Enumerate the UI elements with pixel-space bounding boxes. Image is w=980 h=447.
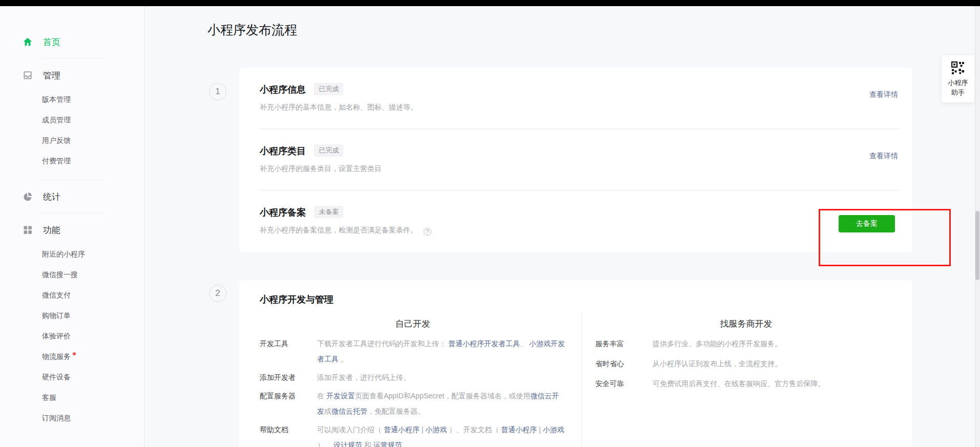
scrollbar-track <box>975 6 980 447</box>
intro-minigame-link[interactable]: 小游戏 <box>425 425 447 434</box>
devtools-link[interactable]: 普通小程序开发者工具 <box>448 339 520 348</box>
publish-steps-card: 小程序信息 已完成 补充小程序的基本信息，如名称、图标、描述等。 查看详情 小程… <box>239 68 912 252</box>
sidebar-item-experience-review[interactable]: 体验评价 <box>0 326 144 347</box>
inbox-icon <box>23 70 33 80</box>
sidebar-item-label: 功能 <box>43 224 60 236</box>
section-title: 小程序信息 <box>260 84 306 95</box>
qr-code-icon <box>951 61 965 75</box>
docs-miniprogram-link[interactable]: 普通小程序 <box>501 425 537 434</box>
go-filing-button[interactable]: 去备案 <box>839 215 895 232</box>
self-development-column: 自己开发 开发工具 下载开发者工具进行代码的开发和上传： 普通小程序开发者工具、… <box>239 312 582 447</box>
sidebar-item-label: 首页 <box>43 36 60 48</box>
dev-settings-link[interactable]: 开发设置 <box>326 392 355 400</box>
help-icon[interactable]: ? <box>424 228 431 236</box>
section-miniprogram-icp-filing: 小程序备案 未备案 补充小程序的备案信息，检测是否满足备案条件。 ? 去备案 <box>239 190 912 252</box>
section-miniprogram-category: 小程序类目 已完成 补充小程序的服务类目，设置主营类目 查看详情 <box>239 129 912 190</box>
sidebar-item-manage[interactable]: 管理 <box>0 65 144 86</box>
vendor-development-column: 找服务商开发 服务丰富 提供多行业、多功能的小程序开发服务。 省时省心 从小程序… <box>582 312 912 447</box>
home-icon <box>23 37 33 47</box>
sidebar-item-paid-management[interactable]: 付费管理 <box>0 151 144 172</box>
divider <box>42 213 105 214</box>
step-number-1: 1 <box>209 83 226 100</box>
status-badge: 已完成 <box>314 83 343 95</box>
grid-icon <box>23 225 33 235</box>
docs-minigame-link[interactable]: 小游戏 <box>543 425 565 434</box>
sidebar-item-logistics-service[interactable]: 物流服务 <box>0 347 144 367</box>
section-description: 补充小程序的服务类目，设置主营类目 <box>260 164 892 174</box>
info-row-safe-reliable: 安全可靠 可免费试用后再支付、在线客服响应、官方售后保障。 <box>595 376 897 391</box>
info-row-configure-server: 配置服务器 在 开发设置页面查看AppID和AppSecret，配置服务器域名，… <box>260 388 566 419</box>
sidebar-item-version-management[interactable]: 版本管理 <box>0 90 144 110</box>
new-dot <box>73 352 76 355</box>
sidebar-item-member-management[interactable]: 成员管理 <box>0 110 144 131</box>
status-badge: 未备案 <box>314 206 343 218</box>
sidebar-item-statistics[interactable]: 统计 <box>0 186 144 207</box>
info-row-rich-services: 服务丰富 提供多行业、多功能的小程序开发服务。 <box>595 336 897 351</box>
section-title: 小程序类目 <box>260 146 306 156</box>
scrollbar-thumb[interactable] <box>975 211 979 280</box>
top-black-bar <box>0 0 980 6</box>
column-header: 找服务商开发 <box>595 318 897 330</box>
divider <box>42 58 105 59</box>
sidebar-item-user-feedback[interactable]: 用户反馈 <box>0 131 144 151</box>
sidebar-item-wechat-search[interactable]: 微信搜一搜 <box>0 265 144 285</box>
sidebar-item-home[interactable]: 首页 <box>0 32 144 52</box>
step-number-2: 2 <box>209 285 226 302</box>
divider <box>42 180 105 180</box>
sidebar: 首页 管理 版本管理 成员管理 用户反馈 付费管理 统计 功能 附近的小程序 微… <box>0 6 144 447</box>
section-miniprogram-info: 小程序信息 已完成 补充小程序的基本信息，如名称、图标、描述等。 查看详情 <box>239 68 912 129</box>
view-details-link[interactable]: 查看详情 <box>869 90 898 99</box>
view-details-link[interactable]: 查看详情 <box>869 152 898 161</box>
development-card: 小程序开发与管理 自己开发 开发工具 下载开发者工具进行代码的开发和上传： 普通… <box>239 280 912 447</box>
sidebar-item-subscribe-messages[interactable]: 订阅消息 <box>0 408 144 429</box>
section-description: 补充小程序的备案信息，检测是否满足备案条件。 ? <box>260 226 892 236</box>
section-description: 补充小程序的基本信息，如名称、图标、描述等。 <box>260 103 892 112</box>
section-title: 小程序备案 <box>260 207 306 218</box>
info-row-help-docs: 帮助文档 可以阅读入门介绍（ 普通小程序 | 小游戏 ）、开发文档（ 普通小程序… <box>260 422 566 447</box>
card-title: 小程序开发与管理 <box>239 280 912 306</box>
design-guidelines-link[interactable]: 设计规范 <box>333 441 362 447</box>
sidebar-item-hardware-devices[interactable]: 硬件设备 <box>0 367 144 388</box>
sidebar-item-features[interactable]: 功能 <box>0 220 144 240</box>
sidebar-item-label: 统计 <box>43 191 60 203</box>
sidebar-item-wechat-pay[interactable]: 微信支付 <box>0 285 144 306</box>
column-header: 自己开发 <box>260 318 566 330</box>
info-row-time-saving: 省时省心 从小程序认证到发布上线，全流程支持。 <box>595 356 897 371</box>
info-row-dev-tools: 开发工具 下载开发者工具进行代码的开发和上传： 普通小程序开发者工具、 小游戏开… <box>260 336 566 367</box>
page-title: 小程序发布流程 <box>207 22 297 38</box>
sidebar-item-label: 管理 <box>43 70 60 81</box>
info-row-add-developer: 添加开发者 添加开发者，进行代码上传。 <box>260 370 566 385</box>
sidebar-item-nearby-miniprograms[interactable]: 附近的小程序 <box>0 244 144 265</box>
cloud-hosting-link[interactable]: 微信云托管 <box>331 407 367 415</box>
assistant-label: 小程序助手 <box>947 78 969 97</box>
pie-chart-icon <box>23 191 33 202</box>
intro-miniprogram-link[interactable]: 普通小程序 <box>384 425 420 434</box>
sidebar-item-shopping-orders[interactable]: 购物订单 <box>0 306 144 326</box>
mini-program-assistant-widget[interactable]: 小程序助手 <box>942 55 974 102</box>
sidebar-item-customer-service[interactable]: 客服 <box>0 388 144 408</box>
main-content: 小程序发布流程 1 小程序信息 已完成 补充小程序的基本信息，如名称、图标、描述… <box>145 6 980 447</box>
operation-guidelines-link[interactable]: 运营规范 <box>373 441 402 447</box>
status-badge: 已完成 <box>314 144 343 157</box>
